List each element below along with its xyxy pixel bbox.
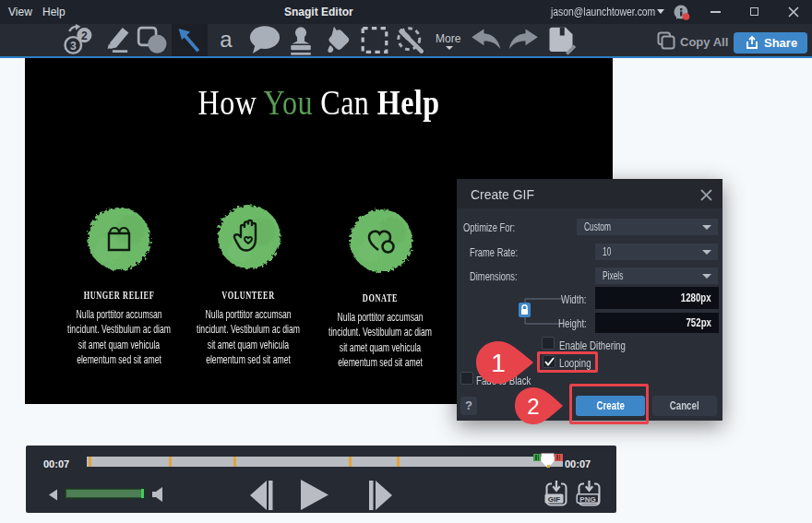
svg-text:2: 2	[81, 30, 88, 42]
svg-text:PNG: PNG	[579, 495, 595, 504]
svg-text:2: 2	[527, 394, 539, 419]
svg-text:GIF: GIF	[548, 495, 560, 504]
svg-text:3: 3	[70, 40, 77, 53]
svg-text:1: 1	[491, 349, 506, 377]
